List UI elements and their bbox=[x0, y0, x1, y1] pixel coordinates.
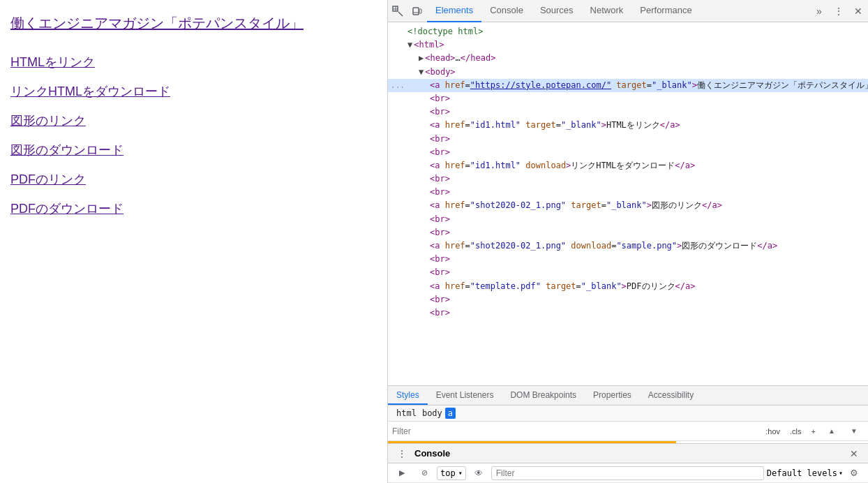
line-gutter: ... bbox=[388, 80, 407, 92]
dom-line[interactable]: <br> bbox=[388, 133, 868, 146]
dom-line[interactable]: <br> bbox=[388, 172, 868, 186]
dom-line[interactable]: <br> bbox=[388, 146, 868, 159]
dom-line[interactable]: <a href="id1.html" target="_blank">HTMLを… bbox=[388, 119, 868, 132]
styles-tabs: StylesEvent ListenersDOM BreakpointsProp… bbox=[388, 386, 868, 406]
console-context-label: top bbox=[440, 468, 456, 478]
line-content: <br> bbox=[407, 293, 865, 306]
cls-button[interactable]: .cls bbox=[786, 426, 805, 437]
dom-line[interactable]: ▼<html> bbox=[388, 38, 868, 52]
dom-viewer[interactable]: <!doctype html>▼<html>▶<head>…</head>▼<b… bbox=[388, 22, 868, 385]
hov-button[interactable]: :hov bbox=[762, 426, 784, 437]
console-filter-input[interactable] bbox=[491, 466, 764, 480]
dom-line[interactable]: <a href="shot2020-02_1.png" target="_bla… bbox=[388, 199, 868, 212]
console-execute-icon[interactable]: ▶ bbox=[392, 463, 412, 483]
dom-line[interactable]: <!doctype html> bbox=[388, 25, 868, 38]
default-levels-chevron: ▾ bbox=[839, 469, 843, 477]
console-eye-icon[interactable]: 👁 bbox=[469, 463, 488, 483]
filter-bar: :hov .cls + ▲ ▼ bbox=[388, 422, 868, 441]
link-html[interactable]: HTMLをリンク bbox=[10, 54, 377, 70]
dom-line[interactable]: <br> bbox=[388, 253, 868, 266]
filter-right: :hov .cls + ▲ ▼ bbox=[762, 422, 864, 441]
bottom-panel: StylesEvent ListenersDOM BreakpointsProp… bbox=[388, 385, 868, 443]
left-panel: 働くエンジニアマガジン「ポテパンスタイル」HTMLをリンクリンクHTMLをダウン… bbox=[0, 0, 387, 483]
dom-line[interactable]: <a href="id1.html" download>リンクHTMLをダウンロ… bbox=[388, 159, 868, 172]
dom-line[interactable]: <br> bbox=[388, 92, 868, 105]
dom-line[interactable]: ▶<head>…</head> bbox=[388, 52, 868, 65]
console-toolbar: ▶ ⊘ top ▾ 👁 Default levels ▾ ⚙ bbox=[388, 463, 868, 483]
svg-line-3 bbox=[398, 12, 403, 16]
tab-performance[interactable]: Performance bbox=[631, 0, 700, 22]
line-content: <a href="id1.html" target="_blank">HTMLを… bbox=[407, 119, 865, 132]
filter-input[interactable] bbox=[392, 426, 758, 436]
line-content: <!doctype html> bbox=[407, 25, 865, 38]
console-settings-icon[interactable]: ⚙ bbox=[844, 463, 864, 483]
console-drawer: ⋮ Console ✕ ▶ ⊘ top ▾ 👁 Default levels ▾… bbox=[388, 443, 868, 483]
line-content: <a href="template.pdf" target="_blank">P… bbox=[407, 280, 865, 293]
devtools-tabs: ElementsConsoleSourcesNetworkPerformance bbox=[427, 0, 809, 22]
breadcrumb-body[interactable]: body bbox=[419, 408, 445, 419]
dom-line[interactable]: <a href="shot2020-02_1.png" download="sa… bbox=[388, 239, 868, 253]
dom-line[interactable]: <br> bbox=[388, 293, 868, 306]
line-content: ▼<html> bbox=[407, 38, 865, 52]
devtools-toolbar: ElementsConsoleSourcesNetworkPerformance… bbox=[388, 0, 868, 22]
tab-console[interactable]: Console bbox=[481, 0, 532, 22]
link-shape[interactable]: 図形のリンク bbox=[10, 112, 377, 129]
dom-line[interactable]: <a href="template.pdf" target="_blank">P… bbox=[388, 280, 868, 293]
line-content: <br> bbox=[407, 146, 865, 159]
breadcrumb-bar: htmlbodya bbox=[388, 406, 868, 422]
dom-line[interactable]: <br> bbox=[388, 306, 868, 320]
styles-scroll-down[interactable]: ▼ bbox=[844, 422, 864, 441]
line-content: <br> bbox=[407, 186, 865, 199]
dom-line[interactable]: <br> bbox=[388, 105, 868, 119]
console-right-controls: Default levels ▾ ⚙ bbox=[767, 463, 864, 483]
line-content: <br> bbox=[407, 213, 865, 226]
line-content: <br> bbox=[407, 253, 865, 266]
more-tabs-button[interactable]: » bbox=[809, 1, 829, 21]
devtools-settings-icon[interactable]: ⋮ bbox=[829, 1, 848, 21]
console-menu-icon[interactable]: ⋮ bbox=[392, 444, 412, 463]
devtools-panel: ElementsConsoleSourcesNetworkPerformance… bbox=[387, 0, 868, 483]
console-context-chevron: ▾ bbox=[458, 469, 463, 477]
dom-line[interactable]: <br> bbox=[388, 213, 868, 226]
link-shape-dl[interactable]: 図形のダウンロード bbox=[10, 142, 377, 158]
dom-line[interactable]: ...<a href="https://style.potepan.com/" … bbox=[388, 79, 868, 92]
link-main[interactable]: 働くエンジニアマガジン「ポテパンスタイル」 bbox=[10, 14, 377, 33]
line-content: <a href="https://style.potepan.com/" tar… bbox=[407, 79, 868, 92]
console-context-selector[interactable]: top ▾ bbox=[437, 466, 466, 480]
link-html-dl[interactable]: リンクHTMLをダウンロード bbox=[10, 83, 377, 100]
tab-properties[interactable]: Properties bbox=[585, 386, 640, 405]
console-close-icon[interactable]: ✕ bbox=[844, 444, 864, 463]
tab-event-listeners[interactable]: Event Listeners bbox=[428, 386, 502, 405]
line-content: ▼<body> bbox=[407, 66, 865, 79]
svg-rect-4 bbox=[413, 8, 419, 15]
line-content: <a href="shot2020-02_1.png" download="sa… bbox=[407, 239, 865, 253]
tab-dom-breakpoints[interactable]: DOM Breakpoints bbox=[502, 386, 585, 405]
dom-line[interactable]: ▼<body> bbox=[388, 66, 868, 79]
tab-styles[interactable]: Styles bbox=[388, 386, 428, 405]
dom-line[interactable]: <br> bbox=[388, 226, 868, 239]
line-content: <br> bbox=[407, 133, 865, 146]
breadcrumb-html[interactable]: html bbox=[394, 408, 419, 419]
link-pdf[interactable]: PDFのリンク bbox=[10, 171, 377, 188]
dom-line[interactable]: <br> bbox=[388, 186, 868, 199]
svg-rect-5 bbox=[419, 9, 421, 13]
styles-scroll-up[interactable]: ▲ bbox=[822, 422, 841, 441]
dom-line[interactable]: <br> bbox=[388, 266, 868, 279]
line-content: <br> bbox=[407, 306, 865, 320]
console-title: Console bbox=[414, 448, 844, 459]
breadcrumb-a[interactable]: a bbox=[445, 408, 456, 419]
devtools-close-icon[interactable]: ✕ bbox=[848, 1, 868, 21]
line-content: ▶<head>…</head> bbox=[407, 52, 865, 65]
device-mode-icon[interactable] bbox=[407, 1, 427, 21]
console-block-icon[interactable]: ⊘ bbox=[414, 463, 434, 483]
links-container: 働くエンジニアマガジン「ポテパンスタイル」HTMLをリンクリンクHTMLをダウン… bbox=[10, 14, 377, 217]
line-content: <br> bbox=[407, 92, 865, 105]
add-style-button[interactable]: + bbox=[808, 426, 819, 437]
inspect-icon[interactable] bbox=[388, 1, 407, 21]
tab-network[interactable]: Network bbox=[582, 0, 632, 22]
tab-elements[interactable]: Elements bbox=[427, 0, 481, 22]
tab-sources[interactable]: Sources bbox=[532, 0, 582, 22]
devtools-right-buttons: ⋮ ✕ bbox=[829, 1, 868, 21]
tab-accessibility[interactable]: Accessibility bbox=[640, 386, 702, 405]
link-pdf-dl[interactable]: PDFのダウンロード bbox=[10, 200, 377, 217]
